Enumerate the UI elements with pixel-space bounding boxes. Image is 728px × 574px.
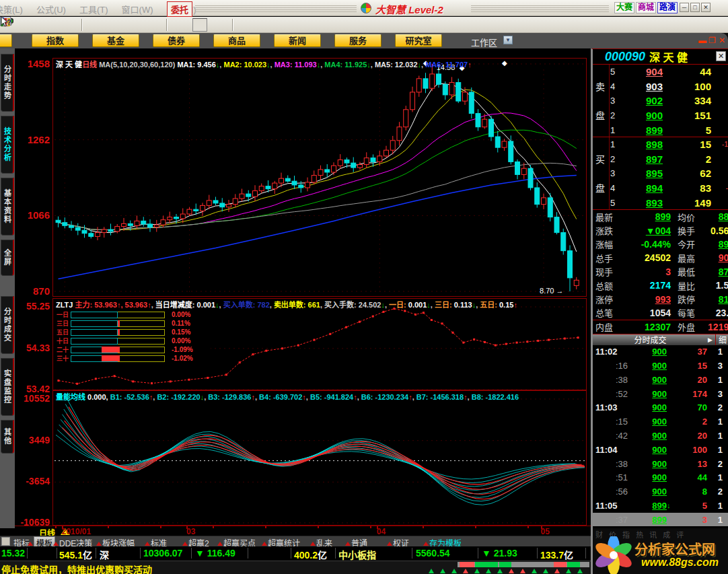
ladder-row[interactable]: 18995 bbox=[593, 122, 728, 137]
quote-value: ▼004 bbox=[620, 225, 671, 236]
tick-row[interactable]: :51900441 bbox=[593, 470, 728, 485]
ladder-price[interactable]: 900 bbox=[621, 110, 663, 121]
menu-item[interactable]: 窗口(W) bbox=[122, 3, 153, 15]
mini-arrow-icon bbox=[474, 569, 480, 573]
menu-item[interactable]: 公式(U) bbox=[36, 3, 66, 15]
help-pointer-icon[interactable]: ? bbox=[240, 18, 254, 32]
market-tab-6[interactable]: 服务 bbox=[334, 34, 381, 47]
ladder-price[interactable]: 897 bbox=[621, 153, 663, 165]
indicator-scroll-button[interactable] bbox=[1, 537, 10, 546]
sidebar-item-4[interactable]: 全屏 bbox=[1, 240, 14, 276]
child-minimize-button[interactable]: ▬ bbox=[698, 36, 706, 44]
tick-row[interactable]: :3789931 bbox=[593, 513, 728, 527]
ladder-row[interactable]: 590444 bbox=[593, 65, 728, 79]
header-segment: 量能均线 bbox=[56, 393, 87, 401]
ladder-row[interactable]: 2900151 bbox=[593, 108, 728, 123]
sidebar-item-3[interactable]: 基本资料 bbox=[1, 178, 14, 236]
ladder-row[interactable]: 5893149 bbox=[593, 195, 728, 210]
ladder-price[interactable]: 894 bbox=[621, 182, 663, 194]
tick-row[interactable]: :38900132 bbox=[593, 457, 728, 471]
tick-header-more[interactable]: 细 bbox=[715, 334, 727, 345]
tick-row[interactable]: 11:049001001 bbox=[593, 443, 728, 457]
status-segment: 15.32 bbox=[1, 548, 25, 559]
candlestick-chart[interactable]: 14.58◆◆◆8.70 → bbox=[53, 59, 586, 296]
tick-list[interactable]: 11:02900371:16900153:38900201:5290017431… bbox=[593, 345, 728, 527]
workspace-dropdown-icon[interactable]: ▼ bbox=[503, 36, 513, 44]
heat-segment bbox=[499, 562, 511, 567]
tick-row[interactable]: :1590021 bbox=[593, 415, 728, 429]
brand-url[interactable]: www.88gs.com bbox=[641, 557, 719, 569]
close-button[interactable]: ✕ bbox=[701, 3, 711, 12]
market-tab-4[interactable]: 商品 bbox=[213, 34, 260, 47]
sidebar-item-1[interactable]: 分时走势 bbox=[1, 54, 14, 112]
tick-time: 11:04 bbox=[593, 445, 628, 455]
ladder-row[interactable]: 28972 bbox=[593, 152, 728, 167]
navigate-diamond-icon[interactable] bbox=[108, 18, 122, 32]
tick-row[interactable]: :38900201 bbox=[593, 373, 728, 387]
ladder-price[interactable]: 903 bbox=[621, 81, 663, 92]
ladder-price[interactable]: 895 bbox=[621, 168, 663, 179]
titlebar-link-3[interactable]: 路演 bbox=[657, 2, 678, 13]
binoculars-icon[interactable] bbox=[42, 18, 57, 32]
menu-item[interactable]: 工具(T) bbox=[79, 3, 108, 15]
market-tab-3[interactable]: 债券 bbox=[153, 34, 200, 47]
tick-row[interactable]: :16900153 bbox=[593, 359, 728, 373]
layout-icon[interactable] bbox=[192, 18, 207, 32]
quote-panel: 000090 深 天 健 ✕ 卖盘59044449031003902334290… bbox=[591, 48, 728, 528]
ladder-price[interactable]: 899 bbox=[621, 124, 663, 136]
tick-row[interactable]: :42900201 bbox=[593, 429, 728, 443]
books-icon[interactable] bbox=[211, 18, 226, 32]
ladder-row[interactable]: 389562 bbox=[593, 166, 728, 181]
ladder-price[interactable]: 904 bbox=[621, 66, 663, 77]
ladder-row[interactable]: 4903100 bbox=[593, 79, 728, 94]
tick-row[interactable]: 11:05899↓51 bbox=[593, 499, 728, 513]
market-tab-5[interactable]: 新闻 bbox=[274, 34, 321, 47]
ladder-price[interactable]: 898 bbox=[621, 139, 663, 150]
market-tab-2[interactable]: 基金 bbox=[92, 34, 139, 47]
fund-red-icon[interactable]: Φ bbox=[126, 18, 141, 32]
ladder-row[interactable]: 3902334 bbox=[593, 94, 728, 108]
status-item-5: ▼ 116.49 bbox=[195, 548, 235, 559]
clipboard-icon[interactable] bbox=[174, 18, 188, 32]
zltj-legend-bar-left bbox=[71, 329, 118, 336]
broker-menu-button[interactable]: 委托 bbox=[167, 1, 192, 17]
titlebar-link-2[interactable]: 商城 bbox=[636, 2, 656, 13]
market-tab-7[interactable]: 研究室 bbox=[395, 34, 442, 47]
grip-lines-left bbox=[195, 5, 357, 12]
ladder-row[interactable]: 189815-1 bbox=[593, 137, 728, 152]
child-close-button[interactable]: ✕ bbox=[719, 36, 725, 44]
sidebar-item-6[interactable]: 实盘监控 bbox=[1, 358, 14, 416]
zltj-legend-row: 五日0.15% bbox=[54, 328, 211, 336]
alarm-bell-icon[interactable] bbox=[61, 18, 75, 32]
x-axis-tick bbox=[541, 526, 542, 529]
marquee-message: 停止免费试用，特推出优惠购买活动 bbox=[1, 563, 152, 574]
menu-item[interactable]: 决策(L) bbox=[0, 3, 23, 15]
quote-close-icon[interactable]: ✕ bbox=[716, 51, 726, 61]
ladder-price[interactable]: 902 bbox=[621, 95, 663, 106]
tick-row[interactable]: :529001743 bbox=[593, 387, 728, 401]
titlebar-link-1[interactable]: 大赛 bbox=[614, 2, 634, 13]
sidebar-item-5[interactable]: 分时成交 bbox=[1, 296, 14, 354]
ladder-volume: 2 bbox=[663, 153, 711, 165]
tick-count: 2 bbox=[707, 459, 728, 469]
volume-ma-chart[interactable] bbox=[53, 391, 586, 525]
minimize-button[interactable]: ─ bbox=[680, 3, 689, 12]
ladder-row[interactable]: 489483- bbox=[593, 181, 728, 196]
workspace-label[interactable]: 工作区 bbox=[471, 36, 497, 48]
tick-row[interactable]: 11:03900702 bbox=[593, 401, 728, 415]
tick-list-header[interactable]: 分时成交 ▶ 细 bbox=[593, 334, 728, 345]
tick-row[interactable]: 11:02900371 bbox=[593, 345, 728, 359]
mail-question-icon[interactable]: ? bbox=[89, 18, 104, 32]
sidebar-item-2[interactable]: 技术分析 bbox=[1, 116, 14, 174]
market-tab-partial[interactable]: 股票 bbox=[0, 34, 12, 47]
child-restore-button[interactable]: ❐ bbox=[708, 36, 716, 44]
brand-name[interactable]: 分析家公式网 bbox=[634, 539, 715, 559]
ladder-price[interactable]: 893 bbox=[621, 197, 663, 209]
tick-row[interactable]: :5690082 bbox=[593, 485, 728, 499]
fund-blue-icon[interactable]: Φ bbox=[145, 18, 160, 32]
market-tab-1[interactable]: 指数 bbox=[32, 34, 79, 47]
sidebar-item-7[interactable]: 其他 bbox=[1, 420, 14, 454]
maximize-button[interactable]: □ bbox=[690, 3, 700, 12]
market-stripes-icon[interactable] bbox=[23, 18, 38, 32]
expand-arrow-icon[interactable]: ▶ bbox=[708, 336, 713, 343]
